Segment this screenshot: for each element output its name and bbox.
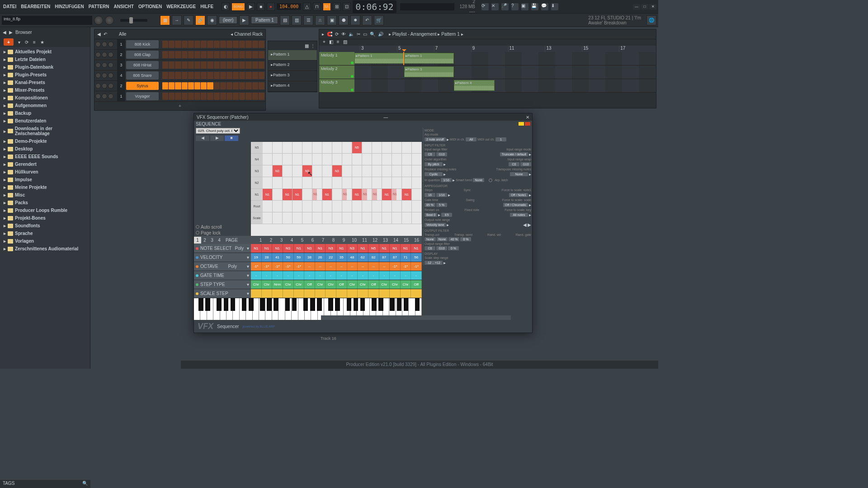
page-2-button[interactable]: 2 [201,237,208,244]
browser-refresh-icon[interactable]: ⟳ [25,40,28,45]
browser-add-button[interactable]: + [4,38,14,46]
rw-lo[interactable]: C0 [509,162,519,166]
browser-item[interactable]: ▸Plugin-Presets [0,71,90,79]
rf-lo[interactable]: C0 [425,152,435,156]
download-icon[interactable]: ⬇ [551,3,558,10]
page-1-button[interactable]: 1 [194,237,201,244]
midiin-field[interactable]: All [466,137,476,141]
preset-next-button[interactable]: ▶ [210,136,224,141]
menu-ansicht[interactable]: ANSICHT [112,3,135,10]
preset-save-button[interactable]: ■ [225,136,238,141]
browser-item[interactable]: ▸Demo-Projekte [0,137,90,145]
pattern-item[interactable]: ▸Pattern 1 [268,50,317,61]
toolbox-dropdown[interactable]: (leer) [219,16,237,24]
quant-field[interactable]: 1/16 [441,178,452,182]
live-icon[interactable]: ◉ [207,15,217,25]
channel-row[interactable]: 4808 Snare [94,70,265,81]
lane-oct[interactable]: OCTAVEPoly▾-1*-1*-1*-1*-1*--------------… [194,262,422,271]
overdub-icon[interactable]: ⊞ [333,3,341,11]
pattern-tool-b-icon[interactable]: ⋮ [311,43,315,48]
browser-item[interactable]: ▸Soundfonts [0,222,90,230]
pl-tool3-icon[interactable]: ▨ [343,39,347,46]
channel-row[interactable]: 2808 Clap [94,50,265,60]
preset-dropdown[interactable]: 025. Chord poly oct. 02 var2 [196,128,240,134]
chrack-filter[interactable]: Alle [119,32,127,37]
browser-item[interactable]: ▸Kanal-Presets [0,79,90,86]
loop-rec-icon[interactable]: ⊡ [343,3,351,11]
restart-field[interactable]: Beat 0 [425,213,437,217]
tempo-display[interactable]: 104.000 [277,3,301,10]
main-pitch-knob[interactable] [105,16,114,25]
browser-item[interactable]: ▸Hüllkurven [0,168,90,176]
save-icon[interactable]: 💾 [531,3,538,10]
pl-eye-icon[interactable]: 👁 [341,32,346,37]
swing-field[interactable]: 5 % [436,203,447,207]
play-small-icon[interactable]: ▶ [239,15,249,25]
rw-hi[interactable]: G10 [520,162,531,166]
menu-datei[interactable]: DATEI [2,3,18,10]
channel-add-button[interactable]: + [94,102,265,110]
playlist-track[interactable]: Melody 3▸Pattern 4 [319,79,656,93]
close-button[interactable]: ✕ [649,4,656,9]
chrack-menu-icon[interactable]: ◀ [97,32,101,37]
pl-menu-icon[interactable]: ▸ [322,32,324,37]
play-button[interactable]: ▶ [247,3,255,11]
orf-hi[interactable]: G10 [436,246,447,250]
undo-icon[interactable]: ↶ [362,15,372,25]
orderalg-field[interactable]: By pitch [425,162,443,166]
browser-item[interactable]: ▸Aktuelles Projekt [0,48,90,56]
orf-lo[interactable]: C0 [425,246,435,250]
menu-hinzufuegen[interactable]: HINZUFüGEN [53,3,85,10]
rvel-field[interactable]: 40 % [448,237,459,241]
render-icon[interactable]: ▣ [521,3,528,10]
lane-note[interactable]: NOTE SELECTPoly▾N1N1N1N3N1N3N1N3N1N3N1N5… [194,244,422,253]
pl-zoom-icon[interactable]: 🔍 [370,32,375,37]
pl-magnet-icon[interactable]: 🧲 [327,32,332,37]
pl-cut-icon[interactable]: ✂ [357,32,360,37]
outnote-field[interactable]: Velocity lane [425,223,446,227]
chat-icon[interactable]: 💬 [541,3,548,10]
browser-icon[interactable]: ▣ [327,15,337,25]
pl-mute-icon[interactable]: 🔈 [349,32,354,37]
channelrack-icon[interactable]: ☰ [303,15,313,25]
globe-icon[interactable]: 🌐 [646,15,656,25]
browser-item[interactable]: ▸Aufgenommen [0,102,90,109]
main-volume-knob[interactable] [94,16,103,25]
mic-icon[interactable]: 🎤 [501,3,509,10]
browser-item[interactable]: ▸Backup [0,109,90,117]
time-display[interactable]: 0:06:92 [353,0,396,13]
browser-item[interactable]: ▸Projekt-Bones [0,214,90,222]
playlist-track[interactable]: Melody 2▸Pattern 3 [319,66,656,79]
browser-item[interactable]: ▸Gerendert [0,160,90,168]
vfx-close-icon[interactable]: ✕ [526,115,529,120]
forcenote-field[interactable]: Off / Note1 [509,193,528,197]
browser-item[interactable]: ▸Misc [0,191,90,199]
midi-icon[interactable]: ✕ [491,3,499,10]
midiout-field[interactable]: 1 [495,137,506,141]
menu-optionen[interactable]: OPTIONEN [137,3,163,10]
minimize-button[interactable]: — [633,4,640,9]
tempo-tap-icon[interactable]: ✸ [350,15,360,25]
lane-gate[interactable]: GATE TIME▾---------------- [194,271,422,280]
pattern-item[interactable]: ▸Pattern 4 [268,81,317,92]
forcekey-field[interactable]: All notes [510,213,528,217]
song-mode-button[interactable]: SONG [231,3,245,11]
fixed-field[interactable]: E5 [441,213,452,217]
next-icon[interactable]: → [172,15,182,25]
browser-sort-icon[interactable]: ≡ [33,40,36,45]
pattern-tool-a-icon[interactable]: ▦ [305,43,309,48]
ssr-field[interactable]: -12 .. +12 [425,261,443,265]
browser-fwd-icon[interactable]: ▶ [9,30,13,35]
smartbend-field[interactable]: None [473,178,484,182]
pl-tool1-icon[interactable]: ◧ [329,39,333,46]
pattern-item[interactable]: ▸Pattern 2 [268,61,317,71]
browser-item[interactable]: ▸Zerschnittenes Audiomaterial [0,245,90,253]
sequence-grid[interactable]: N5N4N3N2N1RootScale [251,142,422,236]
browser-item[interactable]: ▸Benutzerdaten [0,117,90,125]
menu-hilfe[interactable]: HILFE [199,3,215,10]
tsemi-field[interactable]: None [437,237,448,241]
browser-item[interactable]: ▸Plugin-Datenbank [0,63,90,71]
wait-input-icon[interactable]: ⊓ [313,3,321,11]
pattern-item[interactable]: ▸Pattern 3 [268,71,317,81]
browser-item[interactable]: ▸Mixer-Presets [0,86,90,94]
